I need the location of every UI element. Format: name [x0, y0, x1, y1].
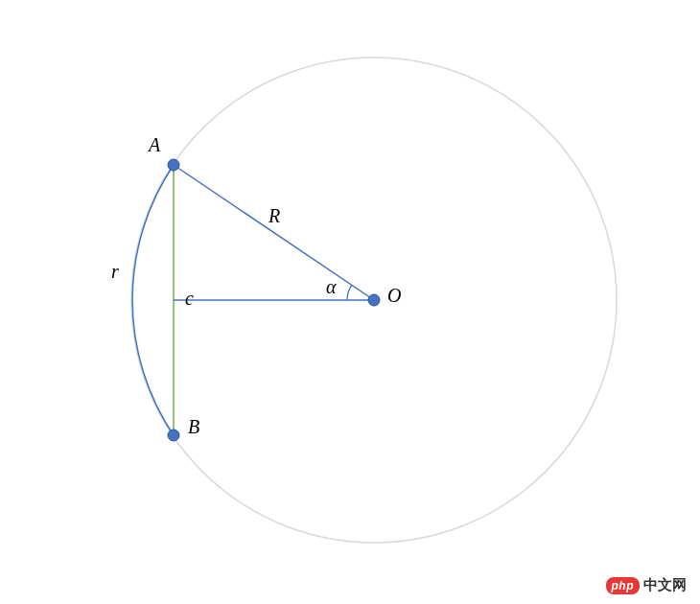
geometry-diagram: A B O R r c α	[0, 0, 700, 604]
label-b: B	[188, 416, 199, 438]
watermark-badge: php	[606, 577, 641, 594]
label-a: A	[149, 134, 160, 156]
watermark-text: 中文网	[643, 576, 687, 594]
angle-arc	[347, 285, 352, 300]
label-small-r: r	[111, 261, 119, 283]
label-c: c	[185, 288, 194, 310]
label-o: O	[387, 285, 401, 307]
arc-ab	[132, 165, 174, 435]
radius-oa	[174, 165, 374, 300]
watermark: php 中文网	[606, 576, 688, 594]
point-a	[168, 159, 179, 171]
point-b	[168, 430, 179, 441]
label-alpha: α	[326, 276, 337, 298]
diagram-svg	[0, 0, 700, 604]
point-o	[368, 294, 380, 306]
label-big-r: R	[268, 205, 280, 227]
